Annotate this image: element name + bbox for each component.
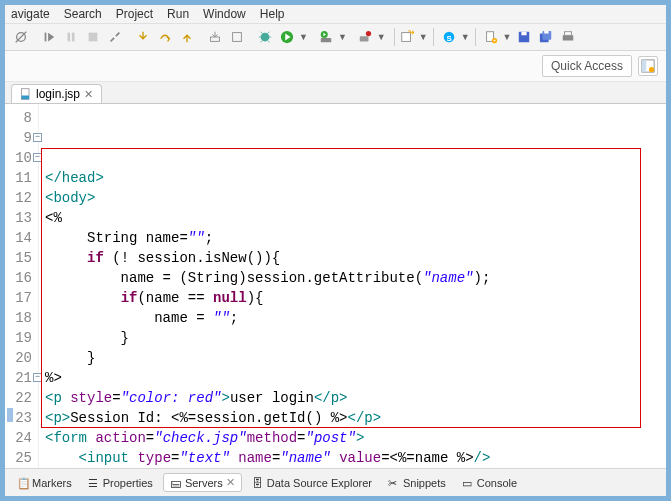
save-icon[interactable] [514, 27, 534, 47]
menu-navigate[interactable]: avigate [11, 7, 50, 21]
svg-rect-6 [211, 37, 220, 41]
svg-rect-5 [89, 33, 98, 42]
svg-rect-32 [22, 96, 30, 100]
svg-rect-29 [642, 60, 646, 72]
svg-rect-3 [68, 33, 71, 42]
step-over-icon[interactable] [155, 27, 175, 47]
code-line[interactable]: String name=""; [45, 228, 660, 248]
code-line[interactable]: <body> [45, 188, 660, 208]
line-number-gutter: 89−10−1112131415161718192021−22232425 [5, 104, 39, 468]
code-line[interactable]: <input type="text" name="name" value=<%=… [45, 448, 660, 468]
close-view-icon[interactable]: ✕ [226, 476, 235, 489]
code-line[interactable]: <form action="check.jsp"method="post"> [45, 428, 660, 448]
code-line[interactable]: if(name == null){ [45, 288, 660, 308]
svg-rect-25 [544, 31, 548, 34]
snippets-icon: ✂ [388, 477, 400, 489]
open-perspective-icon[interactable] [638, 56, 658, 76]
line-number: 17 [5, 288, 32, 308]
line-number: 11 [5, 168, 32, 188]
svg-point-13 [366, 31, 371, 36]
svg-rect-4 [72, 33, 75, 42]
code-line[interactable]: name = (String)session.getAttribute("nam… [45, 268, 660, 288]
code-line[interactable]: <% [45, 208, 660, 228]
new-wizard-icon[interactable]: ✦ [397, 27, 417, 47]
close-tab-icon[interactable]: ✕ [84, 88, 93, 101]
code-line[interactable]: %> [45, 368, 660, 388]
bottom-views-tabbar: 📋Markers ☰Properties 🖴Servers ✕ 🗄Data So… [5, 468, 666, 496]
run-on-server-icon[interactable] [316, 27, 336, 47]
code-editor[interactable]: 89−10−1112131415161718192021−22232425 </… [5, 104, 666, 468]
markers-icon: 📋 [17, 477, 29, 489]
svg-rect-7 [233, 33, 242, 42]
file-tab-label: login.jsp [36, 87, 80, 101]
servers-icon: 🖴 [170, 477, 182, 489]
file-tab-login-jsp[interactable]: login.jsp ✕ [11, 84, 102, 103]
svg-rect-27 [564, 32, 571, 36]
code-area[interactable]: </head><body><% String name=""; if (! se… [39, 104, 666, 468]
svg-rect-2 [45, 33, 47, 42]
svg-point-30 [649, 67, 654, 72]
svg-rect-12 [360, 36, 369, 41]
line-number: 25 [5, 448, 32, 468]
code-line[interactable]: } [45, 348, 660, 368]
line-number: 8 [5, 108, 32, 128]
line-number: 23 [5, 408, 32, 428]
step-into-icon[interactable] [133, 27, 153, 47]
code-line[interactable]: if (! session.isNew()){ [45, 248, 660, 268]
line-number: 12 [5, 188, 32, 208]
tab-snippets[interactable]: ✂Snippets [382, 475, 452, 491]
resume-icon[interactable] [39, 27, 59, 47]
step-return-icon[interactable] [177, 27, 197, 47]
new-server-icon[interactable] [355, 27, 375, 47]
line-number: 16 [5, 268, 32, 288]
print-icon[interactable] [558, 27, 578, 47]
skip-breakpoints-icon[interactable] [11, 27, 31, 47]
line-number: 22 [5, 388, 32, 408]
svg-text:✦: ✦ [409, 30, 413, 36]
line-number: 9− [5, 128, 32, 148]
terminate-icon[interactable] [83, 27, 103, 47]
code-line[interactable]: <p style="color: red">user login</p> [45, 388, 660, 408]
tab-properties[interactable]: ☰Properties [82, 475, 159, 491]
line-number: 20 [5, 348, 32, 368]
use-step-filters-icon[interactable] [227, 27, 247, 47]
debug-icon[interactable] [255, 27, 275, 47]
disconnect-icon[interactable] [105, 27, 125, 47]
code-line[interactable]: <p>Session Id: <%=session.getId() %></p> [45, 408, 660, 428]
svg-text:S: S [446, 34, 451, 43]
line-number: 14 [5, 228, 32, 248]
tab-servers[interactable]: 🖴Servers ✕ [163, 473, 242, 492]
console-icon: ▭ [462, 477, 474, 489]
editor-tabbar: login.jsp ✕ [5, 82, 666, 104]
quick-access-input[interactable]: Quick Access [542, 55, 632, 77]
code-line[interactable]: } [45, 328, 660, 348]
run-icon[interactable] [277, 27, 297, 47]
menu-window[interactable]: Window [203, 7, 246, 21]
line-number: 10− [5, 148, 32, 168]
svg-rect-26 [562, 35, 573, 40]
quick-access-bar: Quick Access [5, 51, 666, 82]
line-number: 24 [5, 428, 32, 448]
line-number: 18 [5, 308, 32, 328]
line-number: 21− [5, 368, 32, 388]
drop-to-frame-icon[interactable] [205, 27, 225, 47]
menu-search[interactable]: Search [64, 7, 102, 21]
toolbar: ▼ ▼ ▼ ✦ ▼ S ▼ + ▼ [5, 24, 666, 51]
code-line[interactable]: </head> [45, 168, 660, 188]
svg-rect-22 [521, 32, 526, 36]
line-number: 19 [5, 328, 32, 348]
tab-data-source-explorer[interactable]: 🗄Data Source Explorer [246, 475, 378, 491]
save-all-icon[interactable] [536, 27, 556, 47]
skype-icon[interactable]: S [439, 27, 459, 47]
new-file-icon[interactable]: + [481, 27, 501, 47]
tab-console[interactable]: ▭Console [456, 475, 523, 491]
jsp-file-icon [20, 88, 32, 100]
menu-project[interactable]: Project [116, 7, 153, 21]
menu-help[interactable]: Help [260, 7, 285, 21]
code-line[interactable]: name = ""; [45, 308, 660, 328]
suspend-icon[interactable] [61, 27, 81, 47]
menu-run[interactable]: Run [167, 7, 189, 21]
line-number: 15 [5, 248, 32, 268]
svg-text:+: + [492, 36, 496, 43]
tab-markers[interactable]: 📋Markers [11, 475, 78, 491]
